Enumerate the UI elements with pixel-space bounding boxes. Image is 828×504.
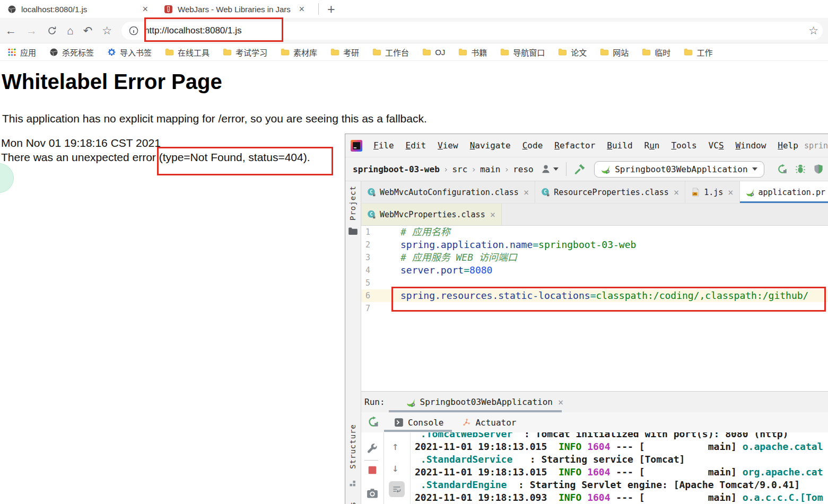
- menu-item-code[interactable]: Code: [517, 140, 549, 151]
- menu-item-file[interactable]: File: [368, 140, 400, 151]
- bookmark-page-star-icon[interactable]: ☆: [808, 25, 818, 36]
- menu-item-run[interactable]: Run: [639, 140, 666, 151]
- menu-item-vcs[interactable]: VCS: [703, 140, 730, 151]
- console-log[interactable]: .TomcatWebServer : Tomcat initialized wi…: [415, 432, 828, 504]
- bookmark-item[interactable]: 临时: [642, 47, 670, 58]
- close-icon[interactable]: ×: [524, 187, 529, 198]
- soft-wrap-button[interactable]: [389, 481, 405, 497]
- browser-tab[interactable]: localhost:8080/1.js×: [0, 0, 156, 18]
- spring-boot-icon: [601, 164, 611, 174]
- menu-text: VC: [709, 140, 719, 151]
- log-segment: .StandardEngine: [415, 479, 518, 490]
- ide-menubar: FileEditViewNavigateCodeRefactorBuildRun…: [345, 134, 828, 157]
- menu-item-edit[interactable]: Edit: [400, 140, 432, 151]
- editor-tab[interactable]: CWebMvcProperties.class×: [361, 204, 502, 225]
- close-icon[interactable]: ×: [298, 4, 306, 14]
- run-config-selector[interactable]: Springboot03WebApplication: [594, 161, 764, 178]
- bookmark-item[interactable]: 论文: [558, 47, 587, 58]
- scroll-down-icon[interactable]: ↓: [392, 462, 399, 474]
- new-tab-button[interactable]: +: [327, 3, 335, 16]
- close-icon[interactable]: ×: [728, 187, 733, 198]
- folder-icon: [458, 48, 467, 57]
- log-segment: INFO: [559, 492, 581, 503]
- chevron-down-icon: [752, 167, 757, 171]
- project-tool-button[interactable]: Project: [348, 185, 357, 220]
- menu-item-help[interactable]: Help: [772, 140, 804, 151]
- settings-wrench-icon[interactable]: [367, 443, 378, 454]
- editor-tab[interactable]: JS1.js×: [685, 181, 739, 203]
- camera-icon[interactable]: [367, 488, 378, 499]
- bookmark-item[interactable]: OJ: [422, 48, 445, 57]
- breadcrumb-item[interactable]: src: [452, 164, 467, 174]
- editor-tab[interactable]: CWebMvcAutoConfiguration.class×: [361, 181, 535, 203]
- menu-item-window[interactable]: Window: [730, 140, 772, 151]
- structure-tool-button[interactable]: Structure: [348, 424, 357, 469]
- svg-text:C: C: [370, 211, 372, 217]
- run-config-name: Springboot03WebApplication: [615, 164, 747, 174]
- editor-tab[interactable]: application.pr: [740, 181, 828, 203]
- log-segment: INFO: [559, 466, 581, 478]
- partial-tool-button[interactable]: s: [348, 501, 357, 504]
- url-text[interactable]: http://localhost:8080/1.js: [144, 25, 802, 36]
- rerun-button[interactable]: [368, 416, 379, 428]
- bookmark-item[interactable]: 考试学习: [223, 47, 267, 58]
- chevron-right-icon: ›: [500, 164, 513, 174]
- browser-tab[interactable]: WebJars - Web Libraries in Jars×: [156, 0, 313, 18]
- menu-item-build[interactable]: Build: [601, 140, 638, 151]
- back-button[interactable]: ←: [5, 25, 16, 36]
- run-tab[interactable]: Springboot03WebApplication ×: [406, 397, 564, 408]
- bookmark-item[interactable]: 网站: [600, 47, 629, 58]
- log-segment: [581, 492, 587, 503]
- forward-button[interactable]: →: [26, 25, 37, 36]
- build-button[interactable]: [574, 163, 586, 175]
- run-tab-label: Springboot03WebApplication: [420, 397, 553, 407]
- console-tab-indicator: [384, 430, 452, 432]
- breadcrumb-item[interactable]: main: [480, 164, 501, 174]
- coverage-button[interactable]: [813, 164, 824, 174]
- scroll-up-icon[interactable]: ↑: [392, 440, 399, 453]
- user-profile-button[interactable]: [541, 164, 559, 174]
- bookmark-item[interactable]: 书籍: [458, 47, 487, 58]
- bookmark-item[interactable]: 工作台: [372, 47, 409, 58]
- bookmark-item[interactable]: 工作: [684, 47, 712, 58]
- bookmark-item[interactable]: 应用: [7, 47, 36, 58]
- bookmark-item[interactable]: 素材库: [281, 47, 317, 58]
- refresh-icon[interactable]: [47, 25, 57, 36]
- close-icon[interactable]: ×: [141, 4, 149, 14]
- menu-item-view[interactable]: View: [432, 140, 464, 151]
- stop-icon[interactable]: [368, 465, 377, 475]
- breadcrumb-item[interactable]: reso: [513, 164, 537, 174]
- bookmark-label: 书籍: [471, 47, 487, 58]
- folder-icon: [330, 48, 339, 57]
- editor-area[interactable]: 1# 应用名称2spring.application.name=springbo…: [345, 226, 828, 391]
- menu-mnemonic: R: [554, 140, 560, 151]
- run-label: Run:: [364, 397, 385, 407]
- editor-tab[interactable]: CResourceProperties.class×: [535, 181, 685, 203]
- bookmark-item[interactable]: 杀死标签: [49, 47, 94, 58]
- intellij-logo-icon: [351, 140, 362, 152]
- bookmark-item[interactable]: 考研: [330, 47, 359, 58]
- bookmark-star-icon[interactable]: ☆: [102, 25, 112, 36]
- tab-console[interactable]: Console: [394, 418, 443, 428]
- bookmark-item[interactable]: 在线工具: [165, 47, 210, 58]
- error-detail-prefix: There was an unexpected error: [1, 151, 159, 163]
- run-button[interactable]: [777, 164, 788, 174]
- info-icon[interactable]: [128, 25, 139, 36]
- breadcrumb-project[interactable]: springboot-03-web: [353, 164, 440, 174]
- url-bar[interactable]: http://localhost:8080/1.js ☆: [121, 22, 823, 40]
- tab-actuator[interactable]: Actuator: [461, 418, 516, 428]
- bookmark-item[interactable]: 导入书签: [107, 47, 152, 58]
- debug-button[interactable]: [795, 164, 806, 174]
- menu-item-navigate[interactable]: Navigate: [464, 140, 517, 151]
- menu-item-refactor[interactable]: Refactor: [548, 140, 601, 151]
- undo-icon[interactable]: ↶: [83, 25, 93, 36]
- webjars-favicon-icon: [164, 5, 173, 14]
- close-icon[interactable]: ×: [674, 187, 679, 198]
- bookmark-item[interactable]: 导航窗口: [500, 47, 545, 58]
- menu-mnemonic: E: [406, 140, 411, 151]
- close-icon[interactable]: ×: [558, 397, 563, 408]
- menu-item-tools[interactable]: Tools: [665, 140, 702, 151]
- log-segment: : Tomcat initialized with port(s): 8080 …: [524, 432, 789, 439]
- home-button[interactable]: ⌂: [67, 25, 74, 36]
- close-icon[interactable]: ×: [490, 209, 495, 220]
